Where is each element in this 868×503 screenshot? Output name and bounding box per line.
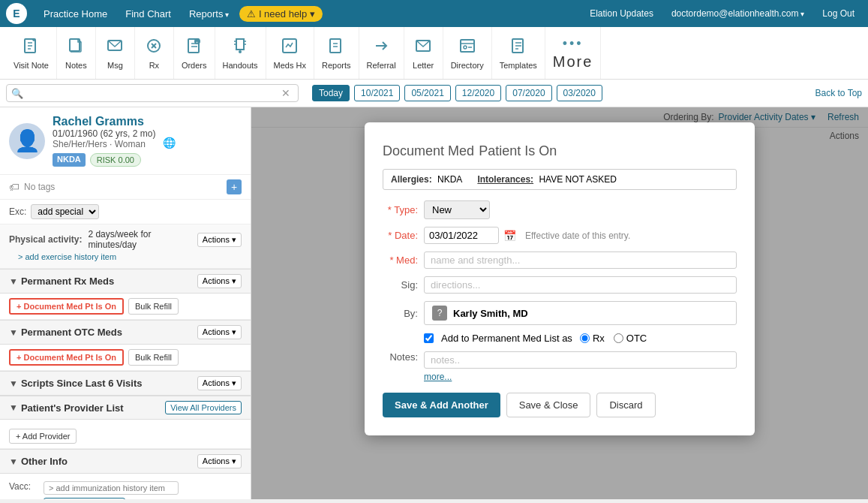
nav-practice-home[interactable]: Practice Home bbox=[36, 5, 115, 23]
section-permanent-otc-actions[interactable]: Actions ▾ bbox=[197, 325, 242, 339]
patient-dob: 01/01/1960 (62 yrs, 2 mo) bbox=[53, 128, 155, 139]
toolbar-meds-hx[interactable]: Meds Hx bbox=[266, 27, 314, 79]
timeline-btn-jul2020[interactable]: 07/2020 bbox=[506, 85, 551, 101]
section-scripts-actions[interactable]: Actions ▾ bbox=[197, 376, 242, 390]
patient-badges: NKDA RISK 0.00 bbox=[53, 153, 155, 167]
date-label: * Date: bbox=[383, 230, 424, 241]
toolbar-referral[interactable]: Referral bbox=[359, 27, 404, 79]
date-input[interactable] bbox=[424, 227, 499, 244]
activity-row: Physical activity: 2 days/week for minut… bbox=[0, 224, 251, 269]
add-tag-button[interactable]: + bbox=[227, 179, 242, 194]
activity-value: 2 days/week for minutes/day bbox=[88, 229, 191, 250]
other-info-section: Vacc: Immunization Table + Add Vaccinati… bbox=[0, 474, 251, 499]
section-permanent-otc-header: ▼ Permanent OTC Meds Actions ▾ bbox=[0, 320, 251, 345]
orders-icon: + bbox=[185, 37, 203, 59]
med-row: * Med: bbox=[383, 252, 737, 269]
section-permanent-rx-toggle[interactable]: ▼ bbox=[9, 276, 18, 287]
type-select[interactable]: New Current Historical bbox=[424, 200, 490, 219]
sidebar: 👤 Rachel Gramms 01/01/1960 (62 yrs, 2 mo… bbox=[0, 107, 251, 499]
toolbar-msg[interactable]: Msg bbox=[96, 27, 135, 79]
nav-help[interactable]: ⚠ I need help ▾ bbox=[239, 6, 323, 22]
svg-rect-16 bbox=[330, 39, 341, 53]
more-icon: ••• bbox=[563, 36, 584, 52]
med-label: * Med: bbox=[383, 255, 424, 266]
document-med-rx-button[interactable]: + Document Med Pt Is On bbox=[9, 298, 124, 315]
toolbar-meds-hx-label: Meds Hx bbox=[274, 61, 306, 70]
nav-elation-updates[interactable]: Elation Updates bbox=[582, 5, 661, 22]
activity-actions-button[interactable]: Actions ▾ bbox=[197, 233, 242, 247]
notes-row: Notes: bbox=[383, 351, 737, 369]
timeline-btn-mar2020[interactable]: 03/2020 bbox=[557, 85, 602, 101]
provider-help-icon[interactable]: ? bbox=[432, 306, 447, 321]
no-tags-label: No tags bbox=[24, 182, 55, 192]
more-link[interactable]: more... bbox=[383, 372, 737, 382]
otc-radio[interactable] bbox=[614, 333, 623, 343]
effective-text: Effective date of this entry. bbox=[525, 230, 630, 241]
vacc-input[interactable] bbox=[44, 481, 179, 495]
toolbar-handouts-label: Handouts bbox=[223, 61, 258, 70]
add-provider-button[interactable]: + Add Provider bbox=[9, 429, 77, 444]
toolbar-notes[interactable]: Notes bbox=[57, 27, 96, 79]
vacc-label: Vacc: bbox=[9, 481, 39, 492]
top-nav: E Practice Home Find Chart Reports ⚠ I n… bbox=[0, 0, 868, 27]
search-icon: 🔍 bbox=[11, 88, 23, 99]
section-permanent-otc-toggle[interactable]: ▼ bbox=[9, 327, 18, 338]
bulk-refill-otc-button[interactable]: Bulk Refill bbox=[128, 349, 179, 366]
save-close-button[interactable]: Save & Close bbox=[506, 393, 591, 417]
rx-option[interactable]: Rx bbox=[580, 333, 605, 344]
search-input[interactable] bbox=[26, 88, 281, 99]
toolbar-reports[interactable]: Reports bbox=[314, 27, 359, 79]
toolbar-more-label: More bbox=[553, 53, 593, 71]
save-add-another-button[interactable]: Save & Add Another bbox=[383, 393, 500, 417]
nav-logout[interactable]: Log Out bbox=[815, 5, 862, 22]
add-perm-med-checkbox[interactable] bbox=[424, 333, 434, 343]
view-all-providers-button[interactable]: View All Providers bbox=[165, 401, 242, 414]
search-clear-icon[interactable]: ✕ bbox=[281, 87, 290, 99]
timeline-btn-may2021[interactable]: 05/2021 bbox=[404, 85, 450, 101]
toolbar-letter[interactable]: Letter bbox=[404, 27, 443, 79]
section-other-info-actions[interactable]: Actions ▾ bbox=[197, 454, 242, 468]
timeline-btn-today[interactable]: Today bbox=[312, 85, 350, 101]
toolbar-visit-note[interactable]: Visit Note bbox=[6, 27, 57, 79]
timeline-btn-oct2021[interactable]: 10/2021 bbox=[354, 85, 400, 101]
section-providers-toggle[interactable]: ▼ bbox=[9, 402, 18, 413]
toolbar-handouts[interactable]: Handouts bbox=[215, 27, 266, 79]
section-scripts-toggle[interactable]: ▼ bbox=[9, 378, 18, 389]
globe-icon[interactable]: 🌐 bbox=[163, 137, 176, 149]
document-med-otc-button[interactable]: + Document Med Pt Is On bbox=[9, 349, 124, 366]
toolbar-templates[interactable]: Templates bbox=[492, 27, 545, 79]
calendar-icon[interactable]: 📅 bbox=[503, 230, 516, 242]
toolbar-directory[interactable]: Directory bbox=[443, 27, 492, 79]
back-to-top-link[interactable]: Back to Top bbox=[815, 88, 862, 98]
bulk-refill-rx-button[interactable]: Bulk Refill bbox=[128, 298, 179, 315]
toolbar-reports-label: Reports bbox=[322, 61, 351, 70]
msg-icon bbox=[106, 37, 124, 59]
nav-user-email[interactable]: doctordemo@elationhealth.com bbox=[664, 5, 812, 22]
nav-reports[interactable]: Reports bbox=[182, 5, 236, 23]
toolbar-orders[interactable]: + Orders bbox=[174, 27, 215, 79]
timeline-btn-dec2020[interactable]: 12/2020 bbox=[455, 85, 501, 101]
app-logo[interactable]: E bbox=[6, 3, 27, 24]
section-permanent-rx-actions[interactable]: Actions ▾ bbox=[197, 274, 242, 288]
immunization-table-button[interactable]: Immunization Table bbox=[44, 498, 125, 499]
sig-input[interactable] bbox=[424, 276, 737, 294]
exc-select[interactable]: add special bbox=[31, 204, 99, 219]
add-exercise-link[interactable]: > add exercise history item bbox=[9, 250, 242, 264]
rx-icon bbox=[145, 37, 163, 59]
med-input[interactable] bbox=[424, 252, 737, 269]
patient-top: 👤 Rachel Gramms 01/01/1960 (62 yrs, 2 mo… bbox=[9, 115, 242, 167]
toolbar-more[interactable]: ••• More bbox=[545, 27, 602, 79]
section-other-info-toggle[interactable]: ▼ bbox=[9, 456, 18, 467]
rx-radio[interactable] bbox=[580, 333, 590, 343]
activity-inner: Physical activity: 2 days/week for minut… bbox=[9, 229, 242, 250]
notes-input[interactable] bbox=[424, 351, 737, 369]
meds-hx-icon bbox=[281, 37, 299, 59]
otc-option[interactable]: OTC bbox=[614, 333, 647, 344]
reports-icon bbox=[327, 37, 345, 59]
by-row: By: ? Karly Smith, MD bbox=[383, 301, 737, 325]
handouts-icon bbox=[231, 37, 249, 59]
toolbar-rx[interactable]: Rx bbox=[135, 27, 174, 79]
add-perm-med-label: Add to Permanent Med List as bbox=[441, 333, 572, 344]
nav-find-chart[interactable]: Find Chart bbox=[118, 5, 179, 23]
discard-button[interactable]: Discard bbox=[596, 393, 655, 417]
